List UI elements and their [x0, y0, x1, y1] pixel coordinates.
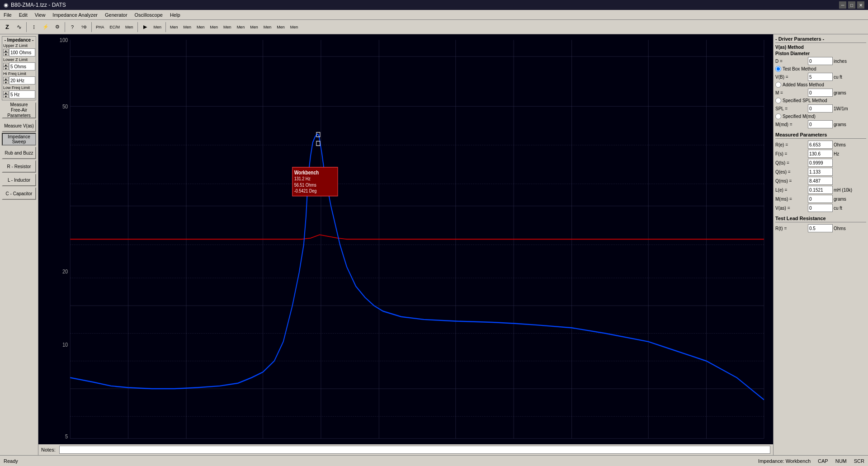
low-freq-spinner[interactable]: ▲ ▼ [3, 91, 9, 98]
toolbar-help-btn[interactable]: ? [67, 22, 78, 33]
status-ready: Ready [4, 458, 18, 464]
toolbar-help2-btn[interactable]: ?⚙ [79, 22, 90, 33]
toolbar-z-btn[interactable]: Z [2, 22, 13, 33]
toolbar-sep-5 [165, 22, 166, 32]
lower-z-input[interactable] [9, 62, 35, 71]
le-label: L(e) = [775, 188, 807, 193]
qms-input[interactable] [808, 177, 833, 185]
measure-vas-btn[interactable]: Measure V(as) [2, 119, 36, 132]
toolbar-extra4-btn[interactable]: Men [208, 22, 221, 33]
mmd-radio[interactable] [775, 113, 781, 119]
toolbar-extra-btn[interactable]: Men [168, 22, 180, 33]
toolbar-sep-2 [65, 22, 65, 32]
re-input[interactable] [808, 141, 833, 149]
added-mass-radio-row: Added Mass Method [775, 82, 866, 88]
le-input[interactable] [808, 186, 833, 194]
m-unit: grams [834, 90, 846, 95]
test-lead-title: Test Lead Resistance [775, 216, 866, 222]
menu-help[interactable]: Help [166, 11, 184, 19]
mmd-radio-label: Specified M(md) [783, 114, 816, 119]
le-unit: mH (10k) [834, 188, 852, 193]
lower-z-down[interactable]: ▼ [3, 66, 9, 70]
r-resistor-btn[interactable]: R - Resistor [2, 160, 36, 173]
mmd-input[interactable] [808, 120, 833, 128]
toolbar-mem-btn[interactable]: Men [123, 22, 136, 33]
upper-z-row: ▲ ▼ [3, 48, 35, 56]
lower-z-spinner[interactable]: ▲ ▼ [3, 63, 9, 70]
toolbar-extra10-btn[interactable]: Men [288, 22, 301, 33]
qts-label: Q(ts) = [775, 160, 807, 165]
mmd-unit: grams [834, 122, 846, 127]
titlebar-controls[interactable]: ─ □ ✕ [839, 1, 864, 9]
maximize-button[interactable]: □ [848, 1, 855, 9]
close-button[interactable]: ✕ [857, 1, 864, 9]
toolbar-wave-btn[interactable]: ∿ [14, 22, 24, 33]
m-input[interactable] [808, 89, 833, 97]
toolbar-bars-btn[interactable]: ⫶ [28, 22, 39, 33]
upper-z-spinner[interactable]: ▲ ▼ [3, 49, 9, 56]
menu-view[interactable]: View [31, 11, 49, 19]
vb-input[interactable] [808, 73, 833, 81]
upper-z-up[interactable]: ▲ [3, 49, 9, 52]
le-row: L(e) = mH (10k) [775, 186, 866, 194]
hi-freq-up[interactable]: ▲ [3, 77, 9, 80]
titlebar: ◉ B80-ZMA-1.tzz - DATS ─ □ ✕ [0, 0, 868, 10]
toolbar-extra8-btn[interactable]: Men [261, 22, 274, 33]
spl-input[interactable] [808, 104, 833, 113]
notes-label: Notes: [41, 447, 56, 452]
toolbar-gear-btn[interactable]: ⚙ [52, 22, 63, 33]
hi-freq-down[interactable]: ▼ [3, 80, 9, 84]
qes-input[interactable] [808, 168, 833, 176]
statusbar: Ready Impedance: Workbench CAP NUM SCR [0, 455, 868, 466]
hi-freq-input[interactable] [9, 76, 35, 85]
toolbar-m-btn[interactable]: Men [151, 22, 164, 33]
menu-file[interactable]: File [0, 11, 15, 19]
toolbar-extra7-btn[interactable]: Men [248, 22, 260, 33]
low-freq-up[interactable]: ▲ [3, 91, 9, 94]
spl-label: SPL = [775, 106, 807, 111]
impedance-sweep-btn[interactable]: ImpedanceSweep [2, 133, 36, 146]
added-mass-radio[interactable] [775, 82, 781, 88]
toolbar-pha-btn[interactable]: PHA [94, 22, 107, 33]
menu-generator[interactable]: Generator [101, 11, 131, 19]
menu-impedance-analyzer[interactable]: Impedance Analyzer [49, 11, 101, 19]
m-row: M = grams [775, 89, 866, 97]
qes-label: Q(es) = [775, 169, 807, 174]
c-capacitor-btn[interactable]: C - Capacitor [2, 187, 36, 200]
d-input[interactable] [808, 57, 833, 65]
mms-input[interactable] [808, 195, 833, 203]
l-inductor-btn[interactable]: L - Inductor [2, 174, 36, 186]
toolbar-lightning-btn[interactable]: ⚡ [40, 22, 51, 33]
vas-row: V(as) = cu ft [775, 204, 866, 212]
piston-diam-label: Piston Diameter [775, 51, 866, 56]
toolbar-ec-btn[interactable]: EC/M [108, 22, 123, 33]
low-freq-input[interactable] [9, 90, 35, 99]
svg-rect-1 [70, 40, 764, 444]
measure-free-air-btn[interactable]: MeasureFree-AirParameters [2, 102, 36, 118]
rub-buzz-btn[interactable]: Rub and Buzz [2, 146, 36, 159]
hi-freq-spinner[interactable]: ▲ ▼ [3, 77, 9, 84]
upper-z-input[interactable] [9, 48, 35, 56]
low-freq-down[interactable]: ▼ [3, 94, 9, 98]
hi-freq-label: Hi Freq Limit [3, 71, 35, 76]
qts-input[interactable] [808, 159, 833, 167]
vas-unit: cu ft [834, 206, 842, 211]
menu-edit[interactable]: Edit [15, 11, 31, 19]
rt-input[interactable] [808, 224, 833, 232]
spl-radio[interactable] [775, 98, 781, 104]
toolbar-extra3-btn[interactable]: Men [194, 22, 207, 33]
toolbar-extra2-btn[interactable]: Men [181, 22, 194, 33]
notes-input[interactable] [59, 446, 770, 454]
toolbar-play-btn[interactable]: ▶ [140, 22, 151, 33]
fs-input[interactable] [808, 150, 833, 158]
toolbar-extra5-btn[interactable]: Men [221, 22, 234, 33]
lower-z-up[interactable]: ▲ [3, 63, 9, 66]
minimize-button[interactable]: ─ [839, 1, 846, 9]
svg-text:Workbench: Workbench [294, 169, 319, 175]
vas-input[interactable] [808, 204, 833, 212]
toolbar-extra6-btn[interactable]: Men [235, 22, 247, 33]
upper-z-down[interactable]: ▼ [3, 52, 9, 56]
toolbar-extra9-btn[interactable]: Men [274, 22, 287, 33]
menu-oscilloscope[interactable]: Oscilloscope [131, 11, 166, 19]
test-box-radio[interactable] [775, 66, 781, 72]
